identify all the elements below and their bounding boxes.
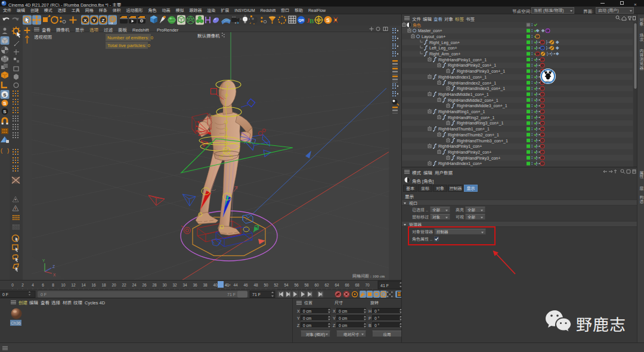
svg-text:38: 38	[203, 283, 208, 287]
svg-text:50: 50	[264, 283, 268, 287]
svg-text:Y: Y	[92, 18, 96, 23]
svg-text:4: 4	[32, 283, 34, 287]
svg-text:0: 0	[11, 283, 14, 287]
svg-text:QR: QR	[299, 18, 305, 22]
svg-text:Left_Leg_con+: Left_Leg_con+	[429, 46, 457, 51]
svg-text:B: B	[309, 17, 314, 24]
svg-text:24: 24	[132, 283, 137, 287]
svg-text:28: 28	[152, 283, 157, 287]
svg-text:6: 6	[42, 283, 44, 287]
svg-text:48: 48	[253, 283, 258, 287]
svg-text:RightHandPinky2_con+_1: RightHandPinky2_con+_1	[448, 63, 496, 68]
svg-text:Layout_con+: Layout_con+	[422, 35, 445, 39]
svg-text:40: 40	[213, 283, 218, 287]
svg-text:RightHandPinky3_con+_1: RightHandPinky3_con+_1	[457, 69, 505, 74]
svg-text:14: 14	[81, 283, 86, 287]
svg-text:透视视图: 透视视图	[34, 33, 52, 40]
svg-text:Number of emitters: 0: Number of emitters: 0	[107, 35, 153, 41]
svg-text:2: 2	[21, 283, 24, 287]
svg-text:RightHandPinky3_con+: RightHandPinky3_con+	[457, 156, 500, 161]
svg-text:角色: 角色	[413, 22, 421, 28]
svg-text:71 F: 71 F	[252, 292, 261, 297]
svg-text:62: 62	[324, 283, 329, 287]
svg-text:RightHandPinky1_con+: RightHandPinky1_con+	[438, 144, 482, 149]
svg-text:30: 30	[162, 283, 167, 287]
svg-text:0 F: 0 F	[41, 292, 47, 297]
svg-text:16: 16	[91, 283, 96, 287]
svg-text:RightHandThumb1_con+_1: RightHandThumb1_con+_1	[438, 127, 490, 132]
svg-text:野鹿志: 野鹿志	[545, 80, 550, 83]
svg-text:Right_Leg_con+: Right_Leg_con+	[429, 41, 460, 45]
svg-text:网格间距 : 100 cm: 网格间距 : 100 cm	[352, 273, 385, 279]
svg-text:71 F: 71 F	[227, 292, 236, 297]
svg-text:56: 56	[294, 283, 299, 287]
svg-text:Master_con+: Master_con+	[418, 29, 442, 33]
svg-text:8: 8	[52, 283, 54, 287]
svg-text:Z: Z	[52, 264, 55, 269]
svg-text:RightHandRing3_con+_1: RightHandRing3_con+_1	[457, 121, 504, 126]
svg-text:32: 32	[172, 283, 177, 287]
svg-text:S: S	[3, 101, 7, 106]
svg-text:20: 20	[112, 283, 116, 287]
svg-text:默认摄像机: 默认摄像机	[197, 32, 220, 39]
svg-text:70: 70	[365, 283, 370, 287]
svg-text:P: P	[382, 293, 385, 297]
svg-text:( ): ( )	[0, 148, 10, 154]
svg-text:RightHandMiddle3_con+_1: RightHandMiddle3_con+_1	[457, 104, 507, 108]
svg-text:0 F: 0 F	[2, 292, 8, 297]
svg-text:RightHandRing2_con+_1: RightHandRing2_con+_1	[448, 116, 495, 120]
svg-text:X: X	[83, 18, 87, 23]
svg-text:64: 64	[335, 283, 339, 287]
svg-text:26: 26	[142, 283, 147, 287]
svg-text:RightHandIndex1_con+_1: RightHandIndex1_con+_1	[438, 75, 487, 80]
svg-text:X: X	[53, 273, 56, 277]
svg-text:22: 22	[122, 283, 126, 287]
svg-text:66: 66	[345, 283, 349, 287]
svg-text:RightHandMiddle1_con+_1: RightHandMiddle1_con+_1	[438, 92, 489, 97]
svg-text:68: 68	[355, 283, 360, 287]
svg-text:18: 18	[101, 283, 106, 287]
svg-text:RightHandThumb3_con+_1: RightHandThumb3_con+_1	[457, 139, 508, 144]
svg-text:46: 46	[243, 283, 248, 287]
svg-text:58: 58	[304, 283, 309, 287]
svg-text:RightHandIndex2_con+_1: RightHandIndex2_con+_1	[448, 81, 496, 86]
svg-text:RightHandPinky1_con+_1: RightHandPinky1_con+_1	[438, 58, 487, 63]
svg-text:Z: Z	[102, 18, 105, 23]
svg-text:36: 36	[193, 283, 197, 287]
svg-text:S: S	[3, 109, 7, 114]
svg-text:44: 44	[233, 283, 238, 287]
svg-text:54: 54	[284, 283, 289, 287]
svg-text:12: 12	[71, 283, 76, 287]
svg-text:Right_Arm_con+: Right_Arm_con+	[429, 52, 460, 57]
svg-text:41‹: 41‹	[225, 283, 230, 287]
svg-text:RightHandThumb2_con+_1: RightHandThumb2_con+_1	[448, 133, 499, 138]
svg-text:10: 10	[61, 283, 66, 287]
svg-text:RightHandMiddle2_con+_1: RightHandMiddle2_con+_1	[448, 98, 499, 103]
svg-text:34: 34	[182, 283, 187, 287]
svg-text:60: 60	[314, 283, 319, 287]
svg-text:RightHandIndex1_con+: RightHandIndex1_con+	[438, 161, 482, 166]
svg-text:RightHandIndex3_con+_1: RightHandIndex3_con+_1	[457, 86, 505, 91]
svg-text:S: S	[326, 17, 330, 23]
svg-text:41 F: 41 F	[380, 284, 389, 288]
svg-text:RightHandRing1_con+_1: RightHandRing1_con+_1	[438, 110, 485, 114]
svg-text:52: 52	[274, 283, 278, 287]
svg-text:S: S	[3, 92, 7, 98]
svg-text:Total live particles: 0: Total live particles: 0	[107, 43, 151, 48]
svg-text:Y: Y	[42, 258, 45, 263]
svg-text:RightHandPinky2_con+: RightHandPinky2_con+	[448, 150, 491, 155]
